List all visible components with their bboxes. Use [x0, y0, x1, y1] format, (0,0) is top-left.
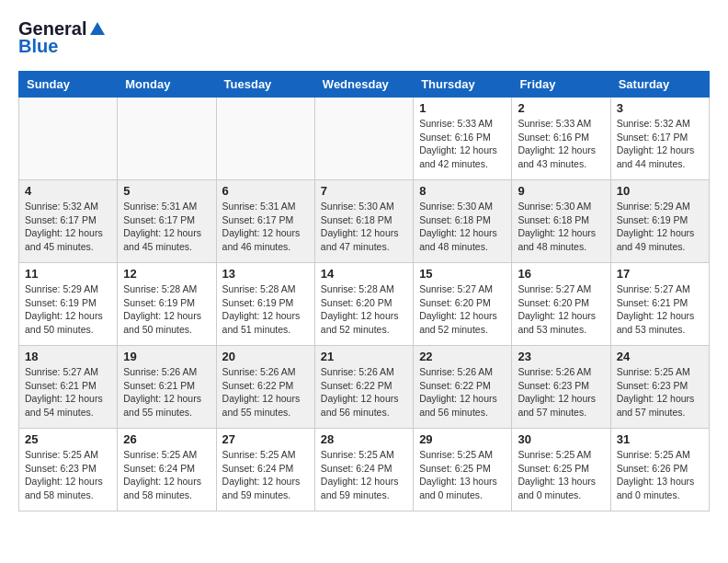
calendar-cell: 1Sunrise: 5:33 AM Sunset: 6:16 PM Daylig… — [414, 98, 512, 180]
col-header-friday: Friday — [512, 72, 610, 98]
day-number: 23 — [518, 350, 604, 363]
calendar-table: SundayMondayTuesdayWednesdayThursdayFrid… — [18, 71, 710, 511]
calendar-cell: 15Sunrise: 5:27 AM Sunset: 6:20 PM Dayli… — [414, 263, 512, 346]
day-info: Sunrise: 5:27 AM Sunset: 6:21 PM Dayligh… — [25, 365, 111, 419]
calendar-cell: 7Sunrise: 5:30 AM Sunset: 6:18 PM Daylig… — [314, 180, 413, 263]
day-info: Sunrise: 5:26 AM Sunset: 6:22 PM Dayligh… — [419, 365, 506, 419]
calendar-cell: 25Sunrise: 5:25 AM Sunset: 6:23 PM Dayli… — [19, 429, 118, 511]
calendar-cell — [216, 98, 314, 180]
svg-marker-0 — [90, 22, 105, 35]
day-number: 3 — [617, 101, 703, 115]
calendar-cell: 2Sunrise: 5:33 AM Sunset: 6:16 PM Daylig… — [512, 98, 610, 180]
day-info: Sunrise: 5:27 AM Sunset: 6:20 PM Dayligh… — [518, 282, 604, 337]
calendar-cell: 3Sunrise: 5:32 AM Sunset: 6:17 PM Daylig… — [610, 98, 709, 180]
day-number: 14 — [321, 267, 407, 281]
calendar-cell: 26Sunrise: 5:25 AM Sunset: 6:24 PM Dayli… — [118, 429, 216, 511]
day-info: Sunrise: 5:25 AM Sunset: 6:25 PM Dayligh… — [419, 448, 506, 502]
calendar-cell: 18Sunrise: 5:27 AM Sunset: 6:21 PM Dayli… — [19, 346, 118, 429]
calendar-cell: 30Sunrise: 5:25 AM Sunset: 6:25 PM Dayli… — [512, 429, 610, 511]
calendar-header-row: SundayMondayTuesdayWednesdayThursdayFrid… — [19, 72, 710, 98]
day-number: 30 — [518, 432, 604, 446]
calendar-cell: 23Sunrise: 5:26 AM Sunset: 6:23 PM Dayli… — [512, 346, 610, 429]
day-info: Sunrise: 5:30 AM Sunset: 6:18 PM Dayligh… — [518, 200, 604, 254]
calendar-cell: 31Sunrise: 5:25 AM Sunset: 6:26 PM Dayli… — [610, 429, 709, 511]
day-number: 4 — [25, 184, 111, 198]
calendar-cell: 8Sunrise: 5:30 AM Sunset: 6:18 PM Daylig… — [414, 180, 512, 263]
day-number: 12 — [123, 267, 210, 281]
day-number: 21 — [321, 350, 407, 363]
day-number: 18 — [25, 350, 111, 363]
day-number: 8 — [419, 184, 506, 198]
day-info: Sunrise: 5:31 AM Sunset: 6:17 PM Dayligh… — [123, 200, 210, 254]
day-info: Sunrise: 5:33 AM Sunset: 6:16 PM Dayligh… — [518, 117, 604, 171]
day-number: 31 — [617, 432, 703, 446]
calendar-cell: 19Sunrise: 5:26 AM Sunset: 6:21 PM Dayli… — [118, 346, 216, 429]
day-info: Sunrise: 5:25 AM Sunset: 6:26 PM Dayligh… — [617, 448, 703, 502]
calendar-cell: 24Sunrise: 5:25 AM Sunset: 6:23 PM Dayli… — [610, 346, 709, 429]
week-row-1: 1Sunrise: 5:33 AM Sunset: 6:16 PM Daylig… — [19, 98, 710, 180]
day-info: Sunrise: 5:25 AM Sunset: 6:24 PM Dayligh… — [123, 448, 210, 502]
day-number: 29 — [419, 432, 506, 446]
calendar-cell: 22Sunrise: 5:26 AM Sunset: 6:22 PM Dayli… — [414, 346, 512, 429]
calendar-cell: 4Sunrise: 5:32 AM Sunset: 6:17 PM Daylig… — [19, 180, 118, 263]
day-info: Sunrise: 5:29 AM Sunset: 6:19 PM Dayligh… — [25, 282, 111, 337]
day-number: 2 — [518, 101, 604, 115]
day-info: Sunrise: 5:25 AM Sunset: 6:24 PM Dayligh… — [222, 448, 309, 502]
calendar-cell — [118, 98, 216, 180]
col-header-monday: Monday — [118, 72, 216, 98]
week-row-2: 4Sunrise: 5:32 AM Sunset: 6:17 PM Daylig… — [19, 180, 710, 263]
col-header-saturday: Saturday — [610, 72, 709, 98]
day-number: 11 — [25, 267, 111, 281]
calendar-cell: 6Sunrise: 5:31 AM Sunset: 6:17 PM Daylig… — [216, 180, 314, 263]
day-info: Sunrise: 5:25 AM Sunset: 6:23 PM Dayligh… — [25, 448, 111, 502]
day-number: 25 — [25, 432, 111, 446]
day-number: 5 — [123, 184, 210, 198]
day-number: 24 — [617, 350, 703, 363]
calendar-cell: 29Sunrise: 5:25 AM Sunset: 6:25 PM Dayli… — [414, 429, 512, 511]
calendar-cell: 13Sunrise: 5:28 AM Sunset: 6:19 PM Dayli… — [216, 263, 314, 346]
day-number: 15 — [419, 267, 506, 281]
day-number: 26 — [123, 432, 210, 446]
calendar-cell: 21Sunrise: 5:26 AM Sunset: 6:22 PM Dayli… — [314, 346, 413, 429]
calendar-cell: 16Sunrise: 5:27 AM Sunset: 6:20 PM Dayli… — [512, 263, 610, 346]
day-info: Sunrise: 5:26 AM Sunset: 6:21 PM Dayligh… — [123, 365, 210, 419]
day-info: Sunrise: 5:31 AM Sunset: 6:17 PM Dayligh… — [222, 200, 309, 254]
calendar-cell — [314, 98, 413, 180]
calendar-cell: 28Sunrise: 5:25 AM Sunset: 6:24 PM Dayli… — [314, 429, 413, 511]
day-info: Sunrise: 5:28 AM Sunset: 6:19 PM Dayligh… — [222, 282, 309, 337]
day-info: Sunrise: 5:32 AM Sunset: 6:17 PM Dayligh… — [25, 200, 111, 254]
calendar-cell: 27Sunrise: 5:25 AM Sunset: 6:24 PM Dayli… — [216, 429, 314, 511]
day-number: 27 — [222, 432, 309, 446]
calendar-cell: 9Sunrise: 5:30 AM Sunset: 6:18 PM Daylig… — [512, 180, 610, 263]
col-header-thursday: Thursday — [414, 72, 512, 98]
day-info: Sunrise: 5:32 AM Sunset: 6:17 PM Dayligh… — [617, 117, 703, 171]
day-info: Sunrise: 5:27 AM Sunset: 6:20 PM Dayligh… — [419, 282, 506, 337]
col-header-tuesday: Tuesday — [216, 72, 314, 98]
col-header-sunday: Sunday — [19, 72, 118, 98]
day-info: Sunrise: 5:30 AM Sunset: 6:18 PM Dayligh… — [419, 200, 506, 254]
calendar-cell: 20Sunrise: 5:26 AM Sunset: 6:22 PM Dayli… — [216, 346, 314, 429]
day-number: 19 — [123, 350, 210, 363]
day-number: 22 — [419, 350, 506, 363]
calendar-cell: 10Sunrise: 5:29 AM Sunset: 6:19 PM Dayli… — [610, 180, 709, 263]
week-row-4: 18Sunrise: 5:27 AM Sunset: 6:21 PM Dayli… — [19, 346, 710, 429]
day-number: 6 — [222, 184, 309, 198]
day-number: 16 — [518, 267, 604, 281]
day-info: Sunrise: 5:25 AM Sunset: 6:25 PM Dayligh… — [518, 448, 604, 502]
week-row-3: 11Sunrise: 5:29 AM Sunset: 6:19 PM Dayli… — [19, 263, 710, 346]
day-info: Sunrise: 5:30 AM Sunset: 6:18 PM Dayligh… — [321, 200, 407, 254]
day-number: 9 — [518, 184, 604, 198]
calendar-cell: 11Sunrise: 5:29 AM Sunset: 6:19 PM Dayli… — [19, 263, 118, 346]
day-number: 20 — [222, 350, 309, 363]
calendar-cell — [19, 98, 118, 180]
day-number: 28 — [321, 432, 407, 446]
day-info: Sunrise: 5:29 AM Sunset: 6:19 PM Dayligh… — [617, 200, 703, 254]
day-info: Sunrise: 5:26 AM Sunset: 6:22 PM Dayligh… — [321, 365, 407, 419]
day-number: 1 — [419, 101, 506, 115]
page-header: General Blue — [18, 18, 710, 57]
calendar-cell: 14Sunrise: 5:28 AM Sunset: 6:20 PM Dayli… — [314, 263, 413, 346]
week-row-5: 25Sunrise: 5:25 AM Sunset: 6:23 PM Dayli… — [19, 429, 710, 511]
day-number: 7 — [321, 184, 407, 198]
calendar-cell: 5Sunrise: 5:31 AM Sunset: 6:17 PM Daylig… — [118, 180, 216, 263]
day-info: Sunrise: 5:33 AM Sunset: 6:16 PM Dayligh… — [419, 117, 506, 171]
